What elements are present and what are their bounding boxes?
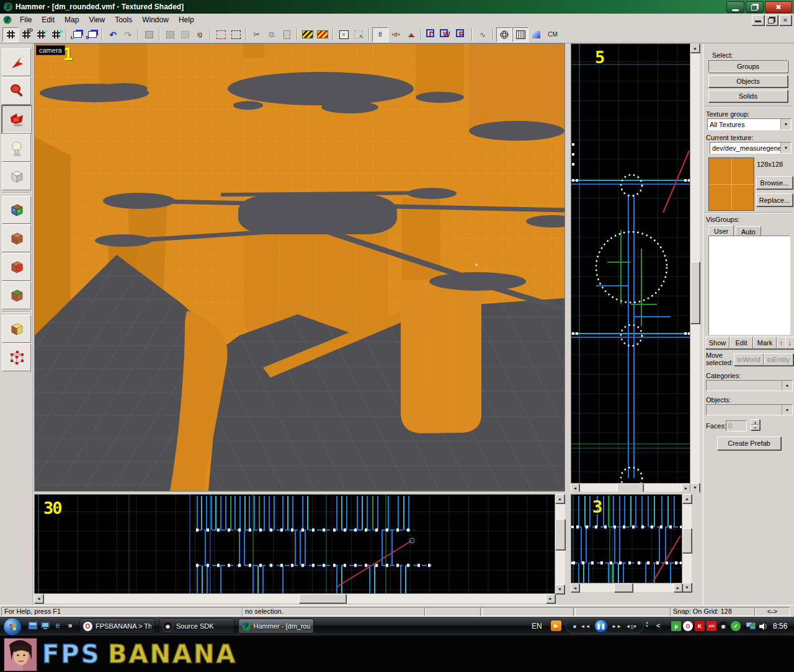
browse-button[interactable]: Browse...: [756, 176, 793, 189]
cut-button[interactable]: ✂: [249, 28, 264, 42]
create-prefab-button[interactable]: Create Prefab: [717, 436, 781, 450]
magnify-tool-button[interactable]: [2, 77, 31, 105]
group-button[interactable]: [163, 28, 177, 42]
faces-spinner[interactable]: ▲ ▼: [751, 419, 760, 430]
radius-culling-button[interactable]: R: [454, 28, 469, 42]
grid-3d-button[interactable]: 3D: [19, 28, 33, 42]
start-button[interactable]: [3, 617, 22, 636]
clock[interactable]: 8:56: [773, 622, 787, 630]
visgroup-edit-button[interactable]: Edit: [729, 337, 753, 349]
clipping-tool-button[interactable]: [2, 315, 31, 343]
steam-tray-icon[interactable]: ◉: [718, 621, 728, 631]
hide-unselected-button[interactable]: [228, 28, 243, 42]
select-solids-button[interactable]: Solids: [708, 90, 788, 102]
wmp-volume-button[interactable]: ◄))▾: [626, 624, 636, 629]
model-fade-button[interactable]: W: [439, 28, 454, 42]
redo-button[interactable]: ↷: [120, 28, 135, 42]
apply-current-texture-tool-button[interactable]: [2, 224, 31, 252]
undo-button[interactable]: ↶: [105, 28, 120, 42]
title-bar[interactable]: Hammer - [dm_rounded.vmf - Textured Shad…: [0, 0, 794, 14]
menu-window[interactable]: Window: [137, 14, 174, 25]
visgroup-mark-button[interactable]: Mark: [753, 337, 777, 349]
language-indicator[interactable]: EN: [532, 622, 542, 630]
viewport-2d-top[interactable]: 5: [571, 43, 690, 484]
tray-collapse-chevron[interactable]: <: [656, 622, 660, 629]
front-viewport-hscrollbar[interactable]: ◄ ►: [571, 583, 682, 592]
task-button-source-sdk[interactable]: ◉ Source SDK: [159, 619, 234, 634]
menu-file[interactable]: File: [15, 14, 37, 25]
dropdown-arrow-icon[interactable]: ▼: [780, 119, 791, 130]
current-texture-combo[interactable]: dev/dev_measuregene▼: [710, 142, 792, 154]
viewport-3d-camera[interactable]: camera 1: [34, 43, 565, 492]
pointer-tool-button[interactable]: [2, 48, 31, 76]
spinner-down-icon[interactable]: ▼: [751, 425, 760, 430]
entity-tool-button[interactable]: [2, 134, 31, 162]
viewport-2d-side[interactable]: 30: [34, 494, 555, 594]
network-tray-icon[interactable]: [746, 621, 756, 631]
wmp-icon[interactable]: ▶: [551, 621, 561, 631]
quicklaunch-show-desktop-icon[interactable]: [40, 620, 51, 631]
side-viewport-vscrollbar[interactable]: ▲ ▼: [555, 494, 565, 594]
mdi-restore-button[interactable]: [765, 15, 778, 25]
visgroup-show-button[interactable]: Show: [705, 337, 729, 349]
vertex-tool-button[interactable]: [2, 343, 31, 371]
grid-toggle-button[interactable]: [2, 27, 19, 42]
select-objects-button[interactable]: Objects: [708, 75, 788, 87]
task-button-hammer[interactable]: Hammer - [dm_rou...: [238, 619, 314, 634]
categories-combo[interactable]: ▼: [706, 380, 793, 391]
restore-button[interactable]: [746, 1, 764, 13]
grid-larger-button[interactable]: +: [48, 28, 63, 42]
volume-tray-icon[interactable]: [758, 621, 768, 631]
top-viewport-hscrollbar[interactable]: ◄ ►: [571, 484, 690, 492]
box-select-button[interactable]: ↖: [351, 28, 366, 42]
to-entity-button[interactable]: toEntity: [764, 353, 793, 366]
block-tool-button[interactable]: [2, 162, 31, 190]
camera-tool-button[interactable]: [2, 105, 31, 133]
wmp-next-button[interactable]: ►►: [612, 624, 622, 629]
shade-button[interactable]: [529, 28, 543, 42]
visgroup-up-button[interactable]: ↑: [777, 337, 786, 349]
wmp-stop-button[interactable]: ■: [573, 624, 576, 629]
quicklaunch-folder-icon[interactable]: [27, 620, 38, 631]
faces-input[interactable]: 0: [726, 420, 747, 431]
viewport-2d-front[interactable]: 3: [571, 494, 682, 583]
cordon-toggle-button[interactable]: [315, 28, 330, 42]
menu-view[interactable]: View: [84, 14, 110, 25]
close-button[interactable]: ✖: [765, 1, 792, 13]
top-viewport-vscrollbar[interactable]: ▲ ▼: [690, 43, 700, 492]
menu-tools[interactable]: Tools: [110, 14, 137, 25]
select-groups-button[interactable]: Groups: [708, 60, 788, 73]
menu-help[interactable]: Help: [174, 14, 199, 25]
replace-button[interactable]: Replace...: [756, 193, 793, 206]
apply-overlays-tool-button[interactable]: [2, 281, 31, 309]
to-world-button[interactable]: toWorld: [734, 353, 764, 366]
paste-button[interactable]: [279, 28, 294, 42]
save-window-state-button[interactable]: S: [84, 28, 99, 42]
texture-application-tool-button[interactable]: [2, 196, 31, 224]
ati-tray-icon[interactable]: ATI: [707, 621, 716, 631]
spline-button[interactable]: ∿: [475, 28, 490, 42]
menu-edit[interactable]: Edit: [37, 14, 60, 25]
load-window-state-button[interactable]: L: [69, 28, 84, 42]
dropdown-arrow-icon[interactable]: ▼: [780, 143, 791, 153]
hide-selected-button[interactable]: [213, 28, 228, 42]
task-button-fpsbanana[interactable]: O FPSBANANA > The ...: [79, 619, 155, 634]
copy-button[interactable]: ⧉: [264, 28, 279, 42]
menu-map[interactable]: Map: [60, 14, 84, 25]
texture-lock-scaling-button[interactable]: +tl+: [388, 28, 403, 42]
cordon-edit-button[interactable]: [300, 28, 315, 42]
mdi-child-icon[interactable]: [3, 15, 12, 25]
front-viewport-vscrollbar[interactable]: ▲ ▼: [682, 494, 692, 592]
minimize-button[interactable]: ▬: [726, 1, 744, 13]
quicklaunch-overflow-chevron[interactable]: »: [65, 620, 76, 631]
mdi-close-button[interactable]: ✕: [779, 15, 792, 25]
helpers-button[interactable]: [496, 27, 512, 42]
color-mode-button[interactable]: CM: [543, 28, 562, 42]
texture-grid-button[interactable]: [512, 27, 529, 42]
texture-group-combo[interactable]: All Textures▼: [707, 118, 792, 130]
grid-smaller-button[interactable]: −: [33, 28, 48, 42]
antivirus-ok-tray-icon[interactable]: ✓: [731, 621, 741, 631]
wmp-pause-button[interactable]: ❚❚: [594, 619, 608, 633]
flip-objects-button[interactable]: ◢◣: [403, 28, 418, 42]
apply-decals-tool-button[interactable]: [2, 253, 31, 281]
